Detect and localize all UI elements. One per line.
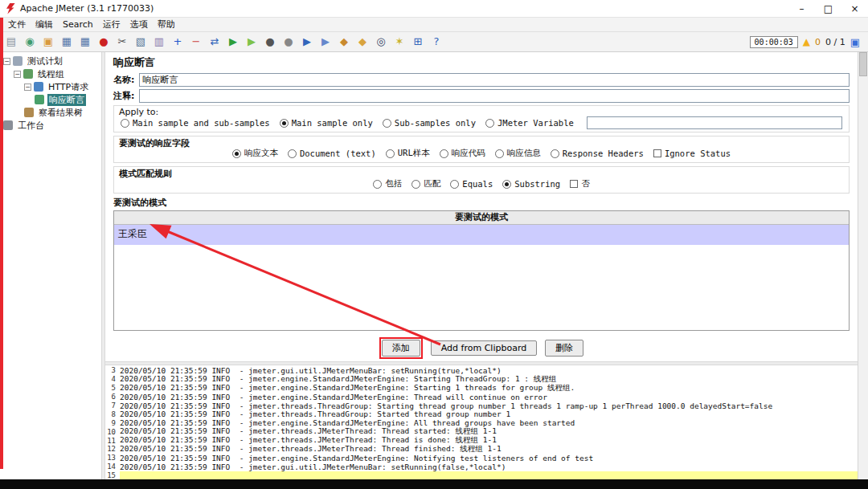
radio-apply-to-1[interactable]: Main sample only bbox=[280, 118, 373, 128]
comment-field-row: 注释: bbox=[113, 89, 850, 103]
function-helper-icon[interactable]: ⊞ bbox=[410, 34, 426, 50]
patterns-table[interactable]: 要测试的模式 王采臣 bbox=[113, 210, 850, 331]
expand-all-icon[interactable]: + bbox=[170, 34, 186, 50]
log-line-number: 6 bbox=[105, 393, 120, 401]
tree-item-view-results-tree[interactable]: 察看结果树 bbox=[2, 106, 101, 119]
tree-item-test-plan[interactable]: −测试计划 bbox=[2, 55, 101, 67]
remote-start-all-icon[interactable]: ▶ bbox=[299, 34, 315, 50]
maximize-button[interactable]: □ bbox=[815, 0, 841, 18]
remote-shutdown-all-icon[interactable]: ▶ bbox=[317, 34, 334, 50]
name-input[interactable] bbox=[139, 73, 850, 87]
radio-response-field-4[interactable]: 响应信息 bbox=[495, 148, 541, 159]
record-icon[interactable]: ● bbox=[96, 34, 112, 50]
minimize-button[interactable]: – bbox=[788, 0, 815, 18]
toggle-icon[interactable]: ⇄ bbox=[207, 34, 223, 50]
content-area: −测试计划−线程组−HTTP请求响应断言察看结果树工作台 响应断言 名称: 注释… bbox=[0, 52, 868, 479]
patterns-buttons: 添加Add from Clipboard删除 bbox=[113, 337, 850, 359]
search-reset-icon[interactable]: ✶ bbox=[391, 34, 407, 50]
response-field-section: 要测试的响应字段 响应文本Document (text)URL样本响应代码响应信… bbox=[113, 136, 850, 163]
radio-icon bbox=[386, 149, 395, 158]
clear-icon[interactable]: ◆ bbox=[336, 34, 352, 50]
add-from-clipboard-button[interactable]: Add from Clipboard bbox=[431, 340, 537, 356]
test-timer: 00:00:03 bbox=[750, 36, 798, 48]
thread-group-icon bbox=[23, 69, 33, 79]
radio-pattern-rules-0[interactable]: 包括 bbox=[373, 178, 402, 189]
stop-icon[interactable]: ● bbox=[262, 34, 278, 50]
jmeter-variable-input[interactable] bbox=[587, 116, 842, 129]
radio-response-field-2[interactable]: URL样本 bbox=[386, 148, 430, 159]
tree-item-thread-group[interactable]: −线程组 bbox=[2, 67, 101, 80]
log-line-number: 12 bbox=[105, 445, 120, 453]
templates-icon[interactable]: ◉ bbox=[22, 34, 38, 50]
copy-icon[interactable]: ▧ bbox=[133, 34, 149, 50]
checkbox-label: Ignore Status bbox=[665, 149, 731, 158]
radio-pattern-rules-3[interactable]: Substring bbox=[502, 179, 560, 189]
save-icon[interactable]: ▦ bbox=[59, 34, 75, 50]
tree-collapse-handle-icon[interactable]: − bbox=[14, 71, 21, 78]
help-icon[interactable]: ? bbox=[428, 34, 444, 50]
comment-label: 注释: bbox=[113, 90, 134, 102]
radio-apply-to-0[interactable]: Main sample and sub-samples bbox=[121, 118, 270, 128]
patterns-table-body[interactable]: 王采臣 bbox=[114, 225, 849, 330]
bottom-strip bbox=[0, 479, 868, 489]
menu-item-options[interactable]: 选项 bbox=[125, 18, 153, 31]
radio-pattern-rules-1[interactable]: 匹配 bbox=[411, 178, 440, 189]
radio-apply-to-3[interactable]: JMeter Variable bbox=[485, 118, 574, 128]
radio-option-label: 响应代码 bbox=[452, 148, 485, 159]
cut-icon[interactable]: ✂ bbox=[114, 34, 130, 50]
radio-icon bbox=[411, 180, 420, 189]
radio-response-field-5[interactable]: Response Headers bbox=[551, 149, 644, 158]
comment-input[interactable] bbox=[139, 89, 850, 103]
tree-collapse-handle-icon[interactable]: − bbox=[3, 58, 10, 65]
open-file-icon[interactable]: ▣ bbox=[40, 34, 56, 50]
menu-item-file[interactable]: 文件 bbox=[3, 18, 31, 31]
log-line-number: 14 bbox=[105, 463, 120, 471]
tree-item-label: 察看结果树 bbox=[37, 107, 84, 119]
log-line: 52020/05/10 21:35:59 INFO - jmeter.engin… bbox=[105, 384, 858, 393]
checkbox-icon bbox=[653, 149, 661, 157]
tree-item-response-assertion[interactable]: 响应断言 bbox=[2, 93, 101, 106]
tree-item-workbench[interactable]: 工作台 bbox=[2, 119, 101, 132]
vertical-scrollbar[interactable] bbox=[858, 52, 868, 479]
close-button[interactable]: × bbox=[841, 0, 868, 18]
clear-all-icon[interactable]: ◆ bbox=[354, 34, 371, 50]
response-field-options: 响应文本Document (text)URL样本响应代码响应信息Response… bbox=[121, 146, 842, 161]
tree-item-label: 线程组 bbox=[36, 68, 66, 80]
log-line-number: 4 bbox=[105, 375, 120, 383]
thread-count: 0 / 1 bbox=[825, 37, 845, 47]
radio-response-field-3[interactable]: 响应代码 bbox=[440, 148, 485, 159]
menu-item-edit[interactable]: 编辑 bbox=[31, 18, 58, 31]
radio-response-field-1[interactable]: Document (text) bbox=[288, 149, 376, 158]
add-button[interactable]: 添加 bbox=[382, 340, 420, 357]
shutdown-icon[interactable]: ● bbox=[280, 34, 297, 50]
new-file-icon[interactable]: ▤ bbox=[3, 34, 19, 50]
radio-option-label: Sub-samples only bbox=[395, 118, 476, 128]
panel-title: 响应断言 bbox=[113, 55, 850, 70]
log-line-number: 9 bbox=[105, 419, 120, 427]
pattern-rules-options: 包括匹配EqualsSubstring否 bbox=[121, 177, 842, 191]
pattern-row[interactable]: 王采臣 bbox=[114, 225, 849, 245]
window-controls: – □ × bbox=[788, 0, 868, 18]
menu-item-run[interactable]: 运行 bbox=[98, 18, 125, 31]
checkbox-ignore-status[interactable]: Ignore Status bbox=[653, 149, 731, 158]
tree-collapse-handle-icon[interactable]: − bbox=[24, 84, 31, 91]
paste-icon[interactable]: ▥ bbox=[151, 34, 167, 50]
warning-icon[interactable]: ▲ bbox=[803, 36, 810, 47]
start-icon[interactable]: ▶ bbox=[225, 34, 241, 50]
collapse-all-icon[interactable]: − bbox=[188, 34, 204, 50]
tree-item-http-request[interactable]: −HTTP请求 bbox=[2, 80, 101, 93]
delete-button[interactable]: 删除 bbox=[545, 340, 583, 357]
radio-response-field-0[interactable]: 响应文本 bbox=[232, 148, 278, 159]
menu-item-search[interactable]: Search bbox=[58, 19, 98, 30]
log-panel[interactable]: 32020/05/10 21:35:59 INFO - jmeter.gui.u… bbox=[105, 365, 858, 479]
checkbox-not[interactable]: 否 bbox=[570, 178, 590, 189]
start-no-timers-icon[interactable]: ▶ bbox=[244, 34, 260, 50]
scrollbar-thumb[interactable] bbox=[859, 52, 867, 76]
search-icon[interactable]: ◎ bbox=[373, 34, 389, 50]
apply-to-title: Apply to: bbox=[119, 107, 158, 117]
radio-apply-to-2[interactable]: Sub-samples only bbox=[383, 118, 476, 128]
menu-item-help[interactable]: 帮助 bbox=[153, 18, 180, 31]
radio-pattern-rules-2[interactable]: Equals bbox=[450, 179, 493, 189]
checkbox-label: 否 bbox=[581, 178, 590, 189]
save-as-icon[interactable]: ▦ bbox=[77, 34, 93, 50]
